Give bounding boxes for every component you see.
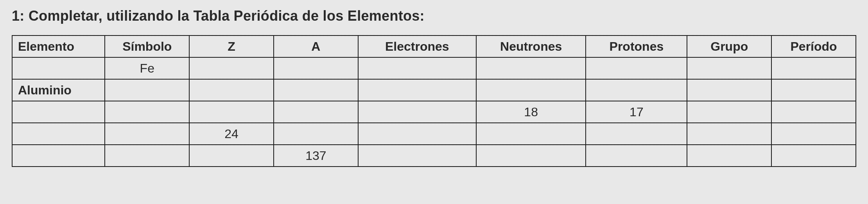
cell-a[interactable] (274, 79, 358, 101)
cell-elemento[interactable] (12, 123, 105, 145)
cell-electrones[interactable] (358, 145, 476, 167)
cell-neutrones[interactable] (476, 123, 586, 145)
header-elemento: Elemento (12, 35, 105, 57)
table-row: 24 (12, 123, 856, 145)
cell-a[interactable] (274, 57, 358, 79)
cell-protones[interactable] (586, 57, 687, 79)
cell-a[interactable] (274, 123, 358, 145)
cell-grupo[interactable] (687, 123, 771, 145)
cell-periodo[interactable] (771, 123, 856, 145)
cell-elemento[interactable] (12, 101, 105, 123)
table-row: Fe (12, 57, 856, 79)
cell-simbolo[interactable] (105, 123, 189, 145)
cell-periodo[interactable] (771, 57, 856, 79)
cell-neutrones[interactable] (476, 145, 586, 167)
cell-z[interactable] (189, 145, 274, 167)
header-electrones: Electrones (358, 35, 476, 57)
table-row: 137 (12, 145, 856, 167)
header-protones: Protones (586, 35, 687, 57)
cell-elemento[interactable] (12, 57, 105, 79)
cell-a[interactable] (274, 101, 358, 123)
cell-elemento[interactable]: Aluminio (12, 79, 105, 101)
cell-grupo[interactable] (687, 145, 771, 167)
header-simbolo: Símbolo (105, 35, 189, 57)
cell-periodo[interactable] (771, 145, 856, 167)
cell-neutrones[interactable] (476, 79, 586, 101)
cell-electrones[interactable] (358, 57, 476, 79)
cell-protones[interactable] (586, 145, 687, 167)
header-grupo: Grupo (687, 35, 771, 57)
cell-protones[interactable] (586, 79, 687, 101)
cell-protones[interactable]: 17 (586, 101, 687, 123)
cell-periodo[interactable] (771, 101, 856, 123)
cell-z[interactable]: 24 (189, 123, 274, 145)
table-row: Aluminio (12, 79, 856, 101)
cell-grupo[interactable] (687, 79, 771, 101)
header-a: A (274, 35, 358, 57)
cell-grupo[interactable] (687, 57, 771, 79)
table-row: 18 17 (12, 101, 856, 123)
cell-protones[interactable] (586, 123, 687, 145)
cell-z[interactable] (189, 101, 274, 123)
cell-a: 137 (274, 145, 358, 167)
header-z: Z (189, 35, 274, 57)
cell-elemento[interactable] (12, 145, 105, 167)
header-periodo: Período (771, 35, 856, 57)
cell-z[interactable] (189, 79, 274, 101)
cell-grupo[interactable] (687, 101, 771, 123)
cell-electrones[interactable] (358, 101, 476, 123)
instruction-text: 1: Completar, utilizando la Tabla Periód… (12, 8, 856, 24)
cell-periodo[interactable] (771, 79, 856, 101)
header-neutrones: Neutrones (476, 35, 586, 57)
cell-z[interactable] (189, 57, 274, 79)
cell-simbolo[interactable] (105, 145, 189, 167)
cell-neutrones[interactable]: 18 (476, 101, 586, 123)
periodic-exercise-table: Elemento Símbolo Z A Electrones Neutrone… (12, 35, 856, 167)
cell-simbolo[interactable]: Fe (105, 57, 189, 79)
cell-electrones[interactable] (358, 79, 476, 101)
cell-simbolo[interactable] (105, 79, 189, 101)
table-header-row: Elemento Símbolo Z A Electrones Neutrone… (12, 35, 856, 57)
cell-neutrones[interactable] (476, 57, 586, 79)
cell-electrones[interactable] (358, 123, 476, 145)
cell-simbolo[interactable] (105, 101, 189, 123)
